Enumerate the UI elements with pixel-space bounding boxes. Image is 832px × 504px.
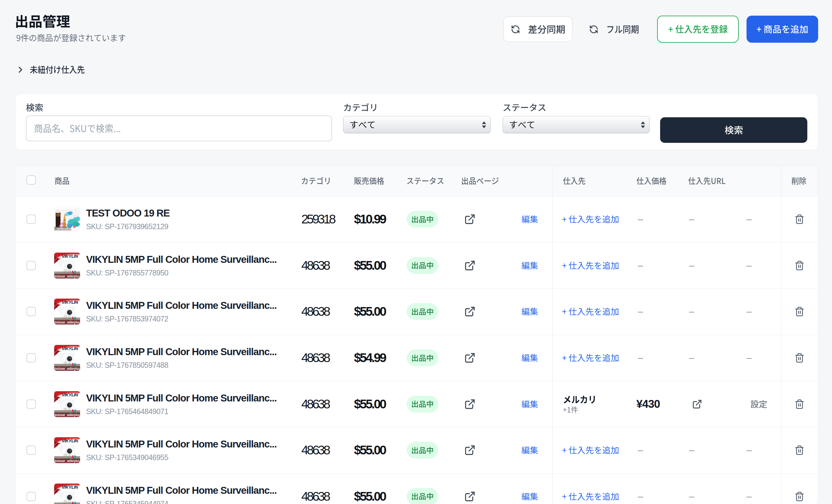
svg-text:testuser_sellerplus: testuser_sellerplus <box>54 459 80 463</box>
svg-text:testuser_sellerplus: testuser_sellerplus <box>54 320 80 325</box>
svg-text:testuser_sellerplus: testuser_sellerplus <box>54 413 80 417</box>
svg-text:VIKYLIN: VIKYLIN <box>62 346 78 351</box>
svg-text:r_sellerplus: r_sellerplus <box>54 227 72 230</box>
svg-text:VIKYLIN: VIKYLIN <box>62 300 78 305</box>
svg-text:testuser_sellerplus: testuser_sellerplus <box>54 274 80 278</box>
svg-text:testuser_sellerplus: testuser_sellerplus <box>54 367 80 371</box>
svg-text:VIKYLIN: VIKYLIN <box>62 485 78 489</box>
svg-text:VIKYLIN: VIKYLIN <box>62 439 78 443</box>
svg-text:VIKYLIN: VIKYLIN <box>62 254 78 259</box>
svg-text:VIKYLIN: VIKYLIN <box>62 392 78 397</box>
